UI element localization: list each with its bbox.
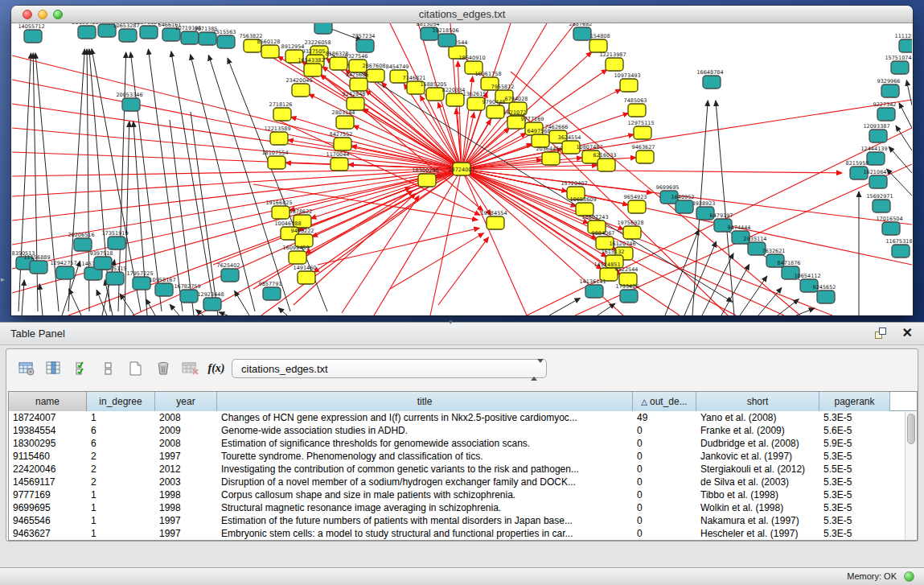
graph-node[interactable]: 1111285	[895, 33, 912, 52]
scrollbar-thumb[interactable]	[907, 414, 915, 444]
table-mode-icon[interactable]	[16, 358, 37, 379]
graph-node[interactable]: 2718126	[269, 101, 293, 121]
graph-node[interactable]: 9245652	[813, 284, 836, 303]
graph-node[interactable]: 16033809	[308, 23, 335, 34]
graph-node[interactable]: 17016504	[876, 216, 902, 235]
memory-ok-led-icon[interactable]	[904, 571, 914, 582]
graph-node[interactable]: 16543382	[298, 57, 324, 76]
graph-node[interactable]: 1170044	[326, 151, 350, 171]
table-row[interactable]: 946362711997Embryonic stem cells: a mode…	[9, 527, 917, 540]
table-row[interactable]: 1872400712008Changes of HCN gene express…	[9, 411, 917, 424]
graph-edge[interactable]	[906, 80, 912, 105]
splitter-grip-icon[interactable]: ▾	[449, 318, 453, 326]
graph-edge[interactable]	[288, 140, 462, 169]
graph-node[interactable]: 15751074	[885, 55, 911, 74]
column-header-short[interactable]: short	[696, 392, 819, 411]
table-row[interactable]: 1938455462009Genome-wide association stu…	[9, 424, 917, 437]
graph-edge[interactable]	[170, 304, 179, 315]
graph-node[interactable]: 23420046	[285, 77, 312, 97]
column-header-in_degree[interactable]: in_degree	[87, 392, 155, 411]
graph-node[interactable]: 8220334	[442, 87, 466, 106]
graph-node[interactable]: 11675318	[885, 238, 912, 257]
graph-edge[interactable]	[462, 169, 577, 207]
graph-node[interactable]: 9475685	[346, 72, 369, 91]
graph-edge[interactable]	[312, 169, 462, 237]
panel-collapse-arrow-icon[interactable]: ▸	[1, 275, 5, 283]
graph-edge[interactable]	[438, 237, 488, 305]
graph-edge[interactable]	[778, 299, 799, 315]
graph-node[interactable]: 16648784	[696, 69, 723, 89]
table-row[interactable]: 1830029562008Estimation of significance …	[9, 437, 917, 450]
graph-node[interactable]: 9329966	[877, 78, 901, 97]
graph-edge[interactable]	[598, 303, 615, 315]
column-header-year[interactable]: year	[155, 392, 217, 411]
table-row[interactable]: 911546021997Tourette syndrome. Phenomeno…	[9, 450, 917, 463]
network-graph[interactable]: 7563822856012889129542322605893275051654…	[12, 23, 912, 315]
graph-edge[interactable]	[18, 53, 31, 311]
table-row[interactable]: 969969511998Structural magnetic resonanc…	[9, 501, 917, 514]
graph-edge[interactable]	[899, 103, 912, 128]
column-header-title[interactable]: title	[217, 392, 633, 411]
column-header-name[interactable]: name	[9, 392, 87, 411]
graph-node[interactable]: 9790448	[483, 99, 506, 118]
graph-node[interactable]: 2803144	[332, 109, 355, 129]
graph-edge[interactable]	[390, 233, 484, 289]
graph-node[interactable]: 9227342	[873, 101, 897, 121]
table-row[interactable]: 977716911998Corpus callosum shape and si…	[9, 488, 917, 501]
graph-node[interactable]: 12093387	[863, 123, 889, 142]
table-row[interactable]: 946554611997Estimation of the future num…	[9, 514, 917, 527]
graph-node[interactable]: 1491460	[294, 265, 317, 284]
graph-node[interactable]: 14055712	[18, 23, 44, 43]
vertical-scrollbar[interactable]	[905, 412, 916, 541]
show-columns-icon[interactable]	[43, 358, 64, 379]
graph-edge[interactable]	[430, 169, 462, 315]
graph-edge[interactable]	[796, 308, 815, 315]
graph-edge[interactable]	[12, 169, 462, 196]
graph-node[interactable]: 12213589	[264, 126, 290, 145]
graph-node[interactable]: 7625402	[217, 262, 240, 282]
graph-node[interactable]: 10653287	[113, 23, 139, 42]
graph-edge[interactable]	[12, 169, 462, 269]
graph-node[interactable]: 15276021	[133, 23, 160, 39]
graph-node[interactable]: 20691406	[72, 23, 98, 39]
graph-node[interactable]: 12213987	[599, 51, 626, 71]
graph-node[interactable]: 9463627	[632, 144, 655, 163]
graph-node[interactable]: 15692971	[866, 193, 893, 212]
column-header-pagerank[interactable]: pagerank	[819, 392, 890, 411]
graph-node[interactable]: 10958167	[149, 277, 175, 296]
graph-edge[interactable]	[219, 312, 228, 315]
table-row[interactable]: 2242004622012Investigating the contribut…	[9, 463, 917, 476]
graph-node[interactable]: 12942757	[50, 260, 76, 279]
graph-node[interactable]: 18107554	[261, 150, 288, 169]
graph-node[interactable]: 7857234	[352, 33, 376, 52]
table-selector-dropdown[interactable]: citations_edges.txt	[232, 359, 547, 378]
clear-selection-icon[interactable]	[98, 358, 119, 379]
new-column-icon[interactable]	[125, 358, 146, 379]
graph-node[interactable]: 10973493	[614, 72, 640, 92]
function-builder-icon[interactable]: f(x)	[206, 358, 227, 379]
graph-edge[interactable]	[306, 169, 462, 253]
graph-node[interactable]: 12975115	[627, 120, 654, 139]
graph-edge[interactable]	[235, 290, 249, 315]
table-row[interactable]: 1456911722003Disruption of a novel membe…	[9, 476, 917, 488]
graph-edge[interactable]	[314, 169, 462, 273]
select-all-icon[interactable]	[72, 358, 93, 379]
graph-node[interactable]: 16099459	[282, 245, 309, 264]
graph-edge[interactable]	[69, 289, 81, 315]
graph-node[interactable]: 19756928	[617, 220, 643, 239]
graph-edge[interactable]	[549, 298, 580, 315]
close-panel-icon[interactable]: ✕	[902, 325, 913, 340]
graph-edge[interactable]	[278, 307, 287, 315]
graph-edge[interactable]	[39, 284, 43, 315]
graph-edge[interactable]	[120, 294, 134, 315]
float-panel-icon[interactable]	[874, 328, 887, 340]
delete-column-icon[interactable]	[153, 358, 174, 379]
graph-node[interactable]: 9654923	[624, 194, 647, 213]
window-titlebar[interactable]: citations_edges.txt	[11, 6, 913, 23]
graph-node[interactable]: 12923448	[197, 291, 224, 311]
graph-node[interactable]: 9857791	[259, 281, 282, 300]
graph-edge[interactable]	[758, 287, 782, 315]
graph-edge[interactable]	[684, 241, 717, 315]
graph-edge[interactable]	[22, 280, 24, 315]
graph-node[interactable]: 1733426	[616, 283, 639, 303]
